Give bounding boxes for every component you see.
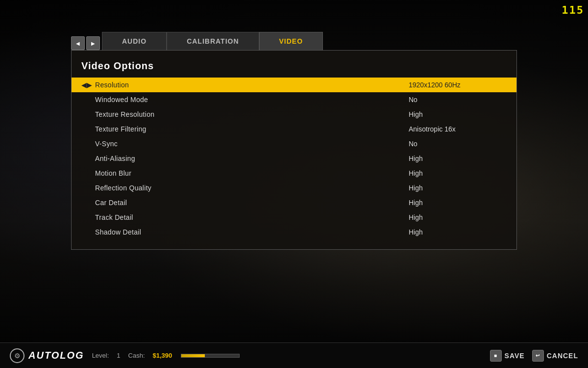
status-bar: ⚙ AUTOLOG Level: 1 Cash: $1,390 ■ SAVE ↩… [0,342,588,368]
setting-row-motion-blur[interactable]: Motion Blur High [72,166,516,181]
setting-name-motion-blur: Motion Blur [95,169,409,177]
menu-container: ◀ ▶ Audio Calibration Video Video Option… [71,32,517,250]
settings-list: ◀▶ Resolution 1920x1200 60Hz Windowed Mo… [72,78,516,239]
cancel-label: CANCEL [547,352,578,360]
setting-name-windowed: Windowed Mode [95,96,409,104]
setting-value-track-detail: High [409,213,507,221]
setting-row-anti-aliasing[interactable]: Anti-Aliasing High [72,151,516,166]
setting-name-car-detail: Car Detail [95,199,409,207]
setting-name-anti-aliasing: Anti-Aliasing [95,155,409,162]
setting-value-texture-resolution: High [409,110,507,118]
setting-name-texture-filtering: Texture Filtering [95,125,409,133]
setting-row-vsync[interactable]: V-Sync No [72,136,516,151]
tab-next-arrow[interactable]: ▶ [86,36,100,50]
xp-bar [181,354,240,358]
setting-value-anti-aliasing: High [409,155,507,162]
setting-name-track-detail: Track Detail [95,213,409,221]
hud-counter: 115 [562,4,584,16]
cancel-button[interactable]: ↩ CANCEL [532,350,578,362]
autolog-section: ⚙ AUTOLOG Level: 1 Cash: $1,390 [10,348,490,363]
setting-value-texture-filtering: Anisotropic 16x [409,125,507,133]
tab-calibration[interactable]: Calibration [167,32,259,50]
autolog-icon: ⚙ [10,348,24,363]
tab-audio[interactable]: Audio [102,32,167,50]
setting-name-vsync: V-Sync [95,140,409,148]
setting-value-vsync: No [409,140,507,148]
setting-row-shadow-detail[interactable]: Shadow Detail High [72,225,516,239]
setting-row-reflection-quality[interactable]: Reflection Quality High [72,181,516,195]
status-level-label: Level: [92,352,109,359]
setting-row-resolution[interactable]: ◀▶ Resolution 1920x1200 60Hz [72,78,516,92]
setting-row-windowed[interactable]: Windowed Mode No [72,92,516,107]
setting-value-shadow-detail: High [409,228,507,236]
setting-value-reflection-quality: High [409,184,507,192]
status-cash-value: $1,390 [153,352,172,359]
save-icon: ■ [490,350,502,362]
row-arrow-resolution: ◀▶ [81,81,91,89]
tab-bar: ◀ ▶ Audio Calibration Video [71,32,517,50]
setting-name-shadow-detail: Shadow Detail [95,228,409,236]
status-cash-label: Cash: [128,352,145,359]
setting-value-car-detail: High [409,199,507,207]
setting-row-texture-resolution[interactable]: Texture Resolution High [72,107,516,122]
action-buttons: ■ SAVE ↩ CANCEL [490,350,578,362]
panel-title: Video Options [72,60,516,78]
tab-video[interactable]: Video [259,32,323,50]
status-level-value: 1 [117,352,120,359]
setting-name-resolution: Resolution [95,81,409,89]
setting-name-reflection-quality: Reflection Quality [95,184,409,192]
xp-bar-fill [181,354,204,357]
tab-nav-arrows: ◀ ▶ [71,36,100,50]
setting-name-texture-resolution: Texture Resolution [95,110,409,118]
setting-row-track-detail[interactable]: Track Detail High [72,210,516,225]
save-label: SAVE [505,352,525,360]
save-button[interactable]: ■ SAVE [490,350,525,362]
options-panel: Video Options ◀▶ Resolution 1920x1200 60… [71,50,517,250]
setting-row-texture-filtering[interactable]: Texture Filtering Anisotropic 16x [72,122,516,136]
setting-value-resolution: 1920x1200 60Hz [409,81,507,89]
setting-value-windowed: No [409,96,507,104]
cancel-icon: ↩ [532,350,544,362]
autolog-brand: AUTOLOG [28,350,84,361]
setting-row-car-detail[interactable]: Car Detail High [72,195,516,210]
setting-value-motion-blur: High [409,169,507,177]
tab-prev-arrow[interactable]: ◀ [71,36,85,50]
